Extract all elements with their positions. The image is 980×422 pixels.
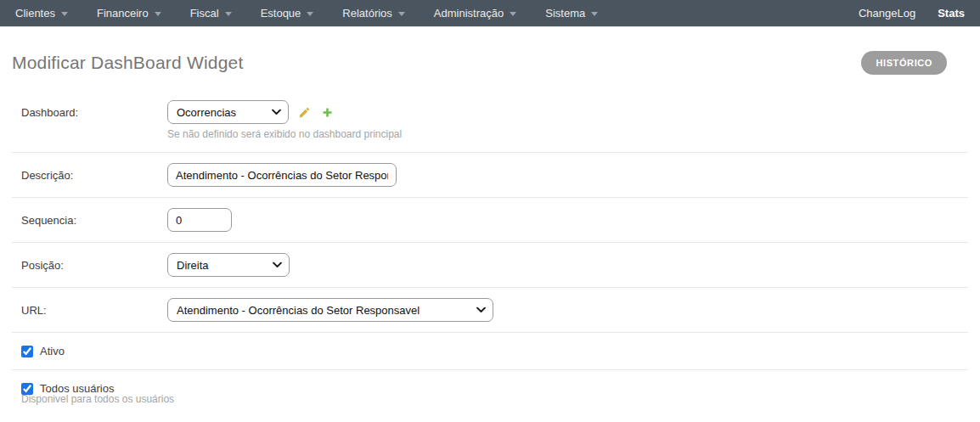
- page-header: Modificar DashBoard Widget HISTÓRICO: [12, 51, 968, 75]
- chevron-down-icon: [591, 12, 598, 16]
- url-row: URL: Atendimento - Ocorrências do Setor …: [12, 287, 968, 332]
- chevron-down-icon: [225, 12, 232, 16]
- ativo-row: Ativo: [12, 332, 968, 369]
- menu-fiscal[interactable]: Fiscal: [190, 7, 232, 20]
- historico-button[interactable]: HISTÓRICO: [861, 51, 947, 75]
- chevron-down-icon: [398, 12, 405, 16]
- menu-clientes[interactable]: Clientes: [15, 7, 68, 20]
- sequencia-input[interactable]: [167, 208, 232, 232]
- menu-estoque[interactable]: Estoque: [261, 7, 314, 20]
- menu-financeiro-label: Financeiro: [97, 7, 149, 20]
- chevron-down-icon: [61, 12, 68, 16]
- descricao-input[interactable]: [167, 163, 397, 187]
- menu-relatorios-label: Relatórios: [342, 7, 392, 20]
- sequencia-row: Sequencia:: [12, 197, 968, 242]
- chevron-down-icon: [510, 12, 516, 16]
- menu-sistema-label: Sistema: [545, 7, 585, 20]
- menu-estoque-label: Estoque: [261, 7, 301, 20]
- dashboard-help-text: Se não definido será exibido no dashboar…: [167, 128, 402, 140]
- descricao-row: Descrição:: [12, 152, 968, 197]
- posicao-row: Posição: Direita: [12, 242, 968, 287]
- menu-sistema[interactable]: Sistema: [545, 7, 598, 20]
- posicao-select[interactable]: Direita: [167, 253, 290, 277]
- chevron-down-icon: [307, 12, 313, 16]
- descricao-label: Descrição:: [21, 168, 167, 182]
- ativo-label: Ativo: [40, 345, 65, 357]
- menu-administracao[interactable]: Administração: [434, 7, 516, 20]
- chevron-down-icon: [155, 12, 161, 16]
- menu-fiscal-label: Fiscal: [190, 7, 219, 20]
- page-content: Modificar DashBoard Widget HISTÓRICO Das…: [0, 51, 980, 405]
- page-title: Modificar DashBoard Widget: [12, 53, 243, 73]
- menu-clientes-label: Clientes: [15, 7, 55, 20]
- stats-link[interactable]: Stats: [938, 7, 965, 20]
- menu-administracao-label: Administração: [434, 7, 504, 20]
- dashboard-select[interactable]: Ocorrencias: [167, 100, 289, 124]
- menu-relatorios[interactable]: Relatórios: [342, 7, 405, 20]
- dashboard-label: Dashboard:: [21, 100, 167, 119]
- todos-usuarios-help-text: Disponivel para todos os usuários: [21, 393, 968, 405]
- sequencia-label: Sequencia:: [21, 213, 167, 227]
- dashboard-row: Dashboard: Ocorrencias Se não definido s…: [12, 90, 968, 152]
- top-navbar: Clientes Financeiro Fiscal Estoque Relat…: [0, 0, 980, 27]
- changelog-link[interactable]: ChangeLog: [859, 7, 915, 20]
- url-label: URL:: [21, 303, 167, 317]
- main-menu: Clientes Financeiro Fiscal Estoque Relat…: [15, 7, 598, 20]
- ativo-checkbox[interactable]: [21, 346, 33, 357]
- menu-financeiro[interactable]: Financeiro: [97, 7, 161, 20]
- add-plus-icon[interactable]: [319, 104, 335, 120]
- posicao-label: Posição:: [21, 258, 167, 272]
- url-select[interactable]: Atendimento - Ocorrências do Setor Respo…: [167, 298, 493, 322]
- edit-pencil-icon[interactable]: [296, 104, 312, 120]
- navbar-right: ChangeLog Stats: [859, 7, 965, 20]
